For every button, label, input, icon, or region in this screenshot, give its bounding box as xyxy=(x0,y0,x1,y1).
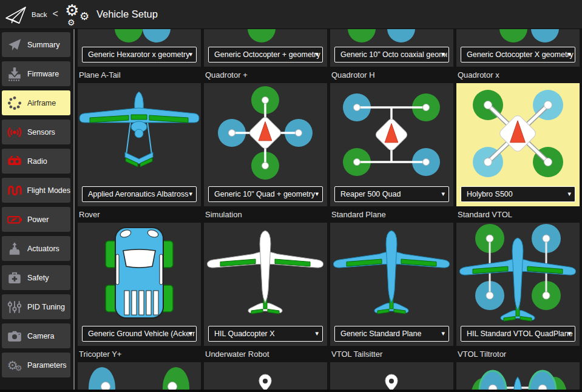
sidebar-item-sensors[interactable]: Sensors xyxy=(2,120,70,144)
sidebar-divider xyxy=(73,29,75,392)
sidebar-item-radio[interactable]: Radio xyxy=(2,149,70,174)
airframe-tile-octo-coaxial-partial[interactable]: ▾Generic 10" Octo coaxial geometry xyxy=(330,29,453,67)
radio-icon xyxy=(2,154,27,169)
sidebar-item-summary[interactable]: Summary xyxy=(2,32,70,57)
airframe-tile-rover[interactable]: ▾Generic Ground Vehicle (Ackermann) xyxy=(78,223,201,346)
airframe-tile-tricopter-y[interactable] xyxy=(78,362,201,392)
airframe-cell-vtol-tailsitter: VTOL Tailsitter xyxy=(330,346,453,392)
sidebar-item-firmware[interactable]: Firmware xyxy=(2,61,70,86)
sidebar-item-power[interactable]: Power xyxy=(2,207,70,232)
airframe-category-label: VTOL Tiltrotor xyxy=(456,346,580,362)
sidebar-item-airframe[interactable]: Airframe xyxy=(2,90,70,115)
airframe-category-label: Standard VTOL xyxy=(456,206,580,223)
airframe-category-label: Simulation xyxy=(204,206,327,223)
airframe-tile-plane-a-tail[interactable]: ▾Applied Aeronautics Albatross xyxy=(78,83,201,206)
dropdown-selected-value: HIL Standard VTOL QuadPlane xyxy=(467,326,574,341)
chevron-left-icon: < xyxy=(53,8,58,19)
airframe-tile-underwater-robot[interactable] xyxy=(204,362,327,392)
airframe-cell-tricopter-y: Tricopter Y+ xyxy=(78,346,201,392)
sidebar-item-label: Camera xyxy=(27,332,54,340)
airframe-tile-vtol-tailsitter[interactable] xyxy=(330,362,453,392)
airframe-cell-quadrotor-h: Quadrotor H▾Reaper 500 Quad xyxy=(330,67,453,206)
airframe-variant-dropdown-generic-hexarotor-x-geometry[interactable]: ▾Generic Hexarotor x geometry xyxy=(82,47,197,63)
sidebar-item-label: Safety xyxy=(27,274,49,282)
airframe-category-label: Underwater Robot xyxy=(204,346,327,362)
airframe-category-label: Quadrotor x xyxy=(456,67,580,83)
airframe-cell-octocopter-x-partial: ▾Generic Octocopter X geometry xyxy=(456,29,580,67)
sidebar-item-label: Radio xyxy=(27,157,47,166)
qgc-paper-plane-logo-icon xyxy=(4,5,27,25)
airframe-image-hexarotor-x-partial xyxy=(78,29,201,44)
gears-icon: ⚙⚙ xyxy=(2,359,27,371)
airframe-variant-dropdown-generic-standard-plane[interactable]: ▾Generic Standard Plane xyxy=(334,326,449,342)
sidebar-item-camera[interactable]: Camera xyxy=(2,323,70,348)
airframe-category-label: VTOL Tailsitter xyxy=(330,346,453,362)
battery-icon xyxy=(2,212,27,228)
airframe-tile-quadrotor-x[interactable]: ▾Holybro S500 xyxy=(456,83,580,206)
airframe-tile-octocopter-plus-partial[interactable]: ▾Generic Octocopter + geometry xyxy=(204,29,327,67)
airframe-category-label: Quadrotor H xyxy=(330,67,453,83)
dropdown-selected-value: Applied Aeronautics Albatross xyxy=(88,187,195,201)
airframe-variant-dropdown-generic-octocopter-geometry[interactable]: ▾Generic Octocopter + geometry xyxy=(208,47,323,63)
dropdown-selected-value: Reaper 500 Quad xyxy=(340,187,447,201)
airframe-tile-vtol-tiltrotor[interactable] xyxy=(456,362,580,392)
airframe-variant-dropdown-hil-standard-vtol-quadplane[interactable]: ▾HIL Standard VTOL QuadPlane xyxy=(461,326,575,342)
airframe-cell-simulation: Simulation ▾HIL Quadcopter X xyxy=(204,206,327,346)
airframe-image-tricopter-partial xyxy=(78,362,201,392)
sidebar-item-parameters[interactable]: ⚙⚙Parameters xyxy=(2,353,70,377)
vehicle-setup-gears-icon: ⚙⚙⚙ xyxy=(64,1,93,29)
medkit-icon xyxy=(2,270,27,286)
airframe-cell-vtol-tiltrotor: VTOL Tiltrotor xyxy=(456,346,580,392)
airframe-grid-viewport: ▾Generic Hexarotor x geometry▾Generic Oc… xyxy=(75,29,582,392)
airframe-tile-quadrotor-h[interactable]: ▾Reaper 500 Quad xyxy=(330,83,453,206)
header-toolbar: Back < ⚙⚙⚙ Vehicle Setup xyxy=(0,0,582,29)
airframe-variant-dropdown-generic-ground-vehicle-ackermann[interactable]: ▾Generic Ground Vehicle (Ackermann) xyxy=(82,326,197,342)
airframe-cell-rover: Rover ▾Generic Ground Vehicle (Ackermann… xyxy=(78,206,201,346)
dropdown-selected-value: Generic Standard Plane xyxy=(340,326,447,341)
paper-plane-icon xyxy=(2,37,27,53)
airframe-tile-hexarotor-x-partial[interactable]: ▾Generic Hexarotor x geometry xyxy=(78,29,201,67)
airframe-cell-standard-vtol: Standard VTOL ▾HIL Standard VTOL QuadPla… xyxy=(456,206,580,346)
back-button[interactable] xyxy=(4,5,27,25)
sidebar-item-safety[interactable]: Safety xyxy=(2,265,70,290)
airframe-tile-octocopter-x-partial[interactable]: ▾Generic Octocopter X geometry xyxy=(456,29,580,67)
airframe-tile-standard-vtol[interactable]: ▾HIL Standard VTOL QuadPlane xyxy=(456,223,580,346)
airframe-cell-quadrotor-x: Quadrotor x▾Holybro S500 xyxy=(456,67,580,206)
airframe-variant-dropdown-generic-10-octo-coaxial-geometry[interactable]: ▾Generic 10" Octo coaxial geometry xyxy=(334,47,449,63)
airframe-category-label: Tricopter Y+ xyxy=(78,346,201,362)
airframe-category-label: Quadrotor + xyxy=(204,67,327,83)
dropdown-selected-value: Holybro S500 xyxy=(467,187,574,201)
sidebar-item-label: Sensors xyxy=(27,128,55,137)
airframe-variant-dropdown-hil-quadcopter-x[interactable]: ▾HIL Quadcopter X xyxy=(208,326,323,342)
sidebar-item-label: Power xyxy=(27,215,49,224)
dropdown-selected-value: Generic 10" Quad + geometry xyxy=(214,187,321,201)
dropdown-selected-value: Generic Ground Vehicle (Ackermann) xyxy=(88,326,195,341)
sidebar-item-label: Actuators xyxy=(27,245,59,253)
airframe-variant-dropdown-generic-octocopter-x-geometry[interactable]: ▾Generic Octocopter X geometry xyxy=(461,47,575,63)
sidebar-item-pid-tuning[interactable]: PID Tuning xyxy=(2,294,70,319)
sidebar-item-label: PID Tuning xyxy=(27,303,65,311)
airframe-variant-dropdown-reaper-500-quad[interactable]: ▾Reaper 500 Quad xyxy=(334,186,449,202)
sidebar-item-label: Airframe xyxy=(27,99,56,107)
airframe-image-tiltrotor-partial xyxy=(456,362,580,392)
airframe-cell-octo-coaxial-partial: ▾Generic 10" Octo coaxial geometry xyxy=(330,29,453,67)
setup-sidebar: SummaryFirmwareAirframeSensorsRadioFligh… xyxy=(0,29,73,392)
airframe-tile-simulation[interactable]: ▾HIL Quadcopter X xyxy=(204,223,327,346)
airframe-variant-dropdown-applied-aeronautics-albatross[interactable]: ▾Applied Aeronautics Albatross xyxy=(82,186,197,202)
dropdown-selected-value: Generic 10" Octo coaxial geometry xyxy=(340,47,447,62)
download-icon xyxy=(2,66,27,82)
airframe-variant-dropdown-generic-10-quad-geometry[interactable]: ▾Generic 10" Quad + geometry xyxy=(208,186,323,202)
vehicle-setup-screen: { "header": { "back_label": "Back", "che… xyxy=(0,0,582,392)
airframe-tile-quadrotor[interactable]: ▾Generic 10" Quad + geometry xyxy=(204,83,327,206)
back-label[interactable]: Back xyxy=(32,11,47,18)
sidebar-item-actuators[interactable]: Actuators xyxy=(2,236,70,261)
sidebar-item-flight-modes[interactable]: Flight Modes xyxy=(2,178,70,203)
airframe-image-rover xyxy=(78,223,201,323)
page-title: Vehicle Setup xyxy=(96,8,158,20)
airframe-image-pin-partial xyxy=(330,362,453,392)
airframe-variant-dropdown-holybro-s500[interactable]: ▾Holybro S500 xyxy=(461,186,575,202)
sidebar-item-label: Firmware xyxy=(27,70,59,78)
airframe-tile-standard-plane[interactable]: ▾Generic Standard Plane xyxy=(330,223,453,346)
airframe-image-quadrotor-plus xyxy=(204,83,327,183)
airframe-cell-standard-plane: Standard Plane ▾Generic Standard Plane xyxy=(330,206,453,346)
